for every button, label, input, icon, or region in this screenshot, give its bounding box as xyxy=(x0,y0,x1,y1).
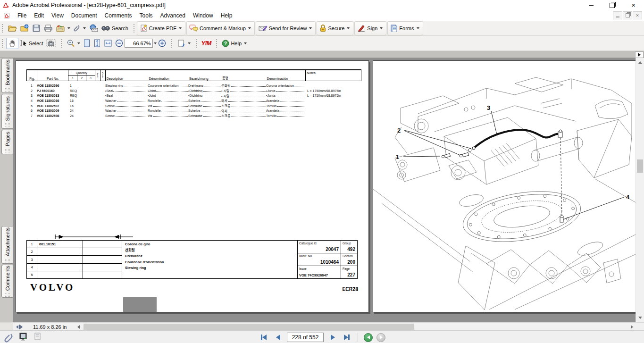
menu-edit[interactable]: Edit xyxy=(30,11,48,20)
menu-help[interactable]: Help xyxy=(217,11,236,20)
cell-desc: Screw xyxy=(105,104,148,108)
send-review-button[interactable]: Send for Review xyxy=(257,23,314,33)
cell-part: VOE 11802597 xyxy=(37,104,68,108)
first-page-icon[interactable] xyxy=(259,333,269,342)
select-tool-button[interactable]: Select xyxy=(18,39,45,48)
scroll-up-icon[interactable] xyxy=(636,59,644,67)
zoom-level-input[interactable] xyxy=(125,39,153,48)
last-page-icon[interactable] xyxy=(342,333,352,342)
scroll-right-icon[interactable] xyxy=(628,323,636,330)
cell-desc: •Seal xyxy=(105,89,148,92)
save-button[interactable] xyxy=(31,23,42,33)
menu-tools[interactable]: Tools xyxy=(136,11,157,20)
next-page-icon[interactable] xyxy=(327,333,338,342)
previous-page-icon[interactable] xyxy=(273,333,283,342)
continuous-view-icon[interactable] xyxy=(34,333,41,341)
expand-toolbar-icon[interactable] xyxy=(635,51,644,58)
doc-restore-icon[interactable] xyxy=(623,11,632,19)
toolbar-grip[interactable] xyxy=(216,39,217,48)
fit-width-button[interactable] xyxy=(102,38,114,49)
attach-icon xyxy=(73,24,81,33)
menu-file[interactable]: File xyxy=(14,11,30,20)
doc-close-icon[interactable]: ✕ xyxy=(633,11,642,19)
tab-signatures[interactable]: Signatures xyxy=(1,94,13,129)
ref-empty-cell xyxy=(83,241,122,248)
tab-grip xyxy=(5,88,10,92)
cell-qty: 24 xyxy=(68,114,95,117)
vertical-scroll-thumb[interactable] xyxy=(637,159,643,173)
toolbar-grip[interactable] xyxy=(195,39,197,48)
menu-window[interactable]: Window xyxy=(189,11,217,20)
search-button[interactable]: Search xyxy=(100,24,130,33)
issue-label: Issue xyxy=(298,266,341,270)
tab-comments[interactable]: Comments xyxy=(1,265,13,298)
snapshot-tool-button[interactable] xyxy=(45,38,57,48)
email-button[interactable] xyxy=(87,23,100,33)
toolbar-grip[interactable] xyxy=(60,39,62,48)
toolbar-grip[interactable] xyxy=(133,24,135,33)
previous-view-icon[interactable] xyxy=(364,333,373,342)
toolbar-grip[interactable] xyxy=(1,39,3,48)
horizontal-scroll-track[interactable] xyxy=(82,323,628,330)
minimize-icon[interactable] xyxy=(580,0,602,10)
sign-label: Sign xyxy=(367,25,377,31)
organizer-button[interactable] xyxy=(54,23,72,33)
menu-advanced[interactable]: Advanced xyxy=(157,11,189,20)
create-pdf-button[interactable]: Create PDF xyxy=(138,23,183,33)
print-button[interactable] xyxy=(42,23,54,33)
scroll-down-icon[interactable] xyxy=(636,314,644,322)
tab-bookmarks[interactable]: Bookmarks xyxy=(1,58,13,93)
maximize-icon[interactable] xyxy=(602,0,623,10)
yahoo-search-button[interactable]: Y!M xyxy=(200,39,213,48)
tab-attachments[interactable]: Attachments xyxy=(1,226,13,264)
close-icon[interactable]: ✕ xyxy=(623,0,644,10)
actual-size-button[interactable] xyxy=(82,38,92,49)
open-button[interactable] xyxy=(6,23,18,33)
horizontal-scroll-thumb[interactable] xyxy=(84,324,414,330)
dropdown-arrow-icon xyxy=(77,42,80,44)
secure-button[interactable]: Secure xyxy=(318,23,351,33)
title-es: Corona de giro xyxy=(122,241,297,248)
zoom-dropdown-icon[interactable] xyxy=(154,42,157,44)
open-web-icon xyxy=(20,24,29,33)
single-page-view-icon[interactable] xyxy=(19,333,27,341)
parts-row: 3VOE 11803033REQ•Seal•Joint•Dichtring• 시… xyxy=(26,93,361,98)
pane-splitter-icon[interactable] xyxy=(16,325,23,329)
zoom-in-button[interactable] xyxy=(157,38,167,48)
scroll-left-icon[interactable] xyxy=(75,323,82,330)
comment-markup-button[interactable]: Comment & Markup xyxy=(188,23,252,33)
hand-tool-button[interactable] xyxy=(6,38,18,49)
cell-part: VOE 11803033 xyxy=(37,94,68,97)
next-view-icon[interactable] xyxy=(376,333,385,342)
doc-minimize-icon[interactable] xyxy=(613,11,622,19)
open-web-button[interactable] xyxy=(18,23,31,33)
fit-page-button[interactable] xyxy=(92,38,102,49)
cell-desc: Washer xyxy=(105,109,148,112)
menu-comments[interactable]: Comments xyxy=(101,11,136,20)
attachments-paperclip-icon[interactable] xyxy=(4,332,14,343)
zoom-tool-button[interactable] xyxy=(65,38,82,49)
col-quantity: Quantity 1 2 3 xyxy=(68,70,95,81)
page-number-input[interactable] xyxy=(287,333,324,342)
help-button[interactable]: ?Help xyxy=(220,39,248,48)
vertical-scrollbar[interactable] xyxy=(636,58,644,322)
col-fig: Fig. xyxy=(27,70,37,81)
cell-desc: Screw xyxy=(105,114,148,117)
minus-circle-icon xyxy=(115,39,123,47)
tab-pages[interactable]: Pages xyxy=(1,130,13,154)
menu-document[interactable]: Document xyxy=(67,11,101,20)
menu-view[interactable]: View xyxy=(48,11,67,20)
toolbar-grip[interactable] xyxy=(1,24,3,33)
sign-button[interactable]: Sign xyxy=(356,23,384,33)
page-display-button[interactable] xyxy=(176,38,192,49)
plus-circle-icon xyxy=(158,39,166,47)
tab-grip xyxy=(5,259,10,262)
help-label: Help xyxy=(231,41,242,46)
zoom-out-button[interactable] xyxy=(114,38,125,48)
parts-table: Fig. Part No. Quantity 1 2 3 PS KIT xyxy=(26,69,361,118)
toolbar-grip[interactable] xyxy=(171,39,173,48)
attach-button[interactable] xyxy=(72,23,87,33)
forms-button[interactable]: Forms xyxy=(389,23,420,33)
secure-label: Secure xyxy=(328,25,344,31)
ref-row: 2 xyxy=(27,248,122,255)
